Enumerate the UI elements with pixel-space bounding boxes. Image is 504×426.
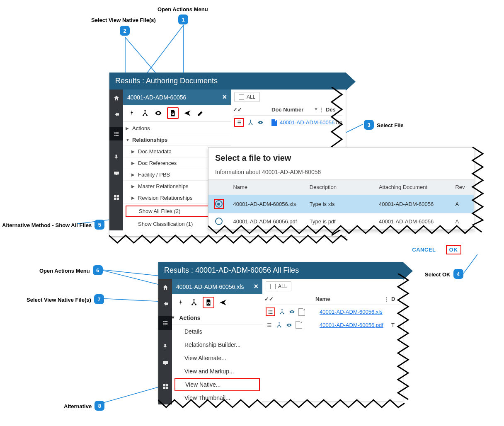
- row-tripod-icon[interactable]: [276, 322, 282, 328]
- file-link[interactable]: 40001-AD-ADM-60056.xls: [320, 309, 383, 315]
- svg-point-17: [248, 124, 250, 125]
- cell-attach: 40001-AD-ADM-60056: [375, 197, 451, 211]
- tripod-icon[interactable]: [189, 298, 199, 307]
- breadcrumb-text: 40001-AD-ADM-60056: [127, 94, 186, 101]
- cell-desc: Type is xls: [305, 197, 375, 211]
- content-area: ALL ✓✓ Name⋮ D 40001-AD-ADM-60056.xls: [262, 279, 403, 404]
- svg-line-10: [463, 254, 477, 274]
- rail-back-icon[interactable]: [158, 297, 172, 310]
- col-desc: Description: [305, 180, 375, 194]
- edit-icon[interactable]: [196, 109, 205, 118]
- file-icon: [298, 308, 305, 316]
- tripod-icon[interactable]: [141, 109, 150, 118]
- callout-3: 3 Select File: [364, 120, 404, 130]
- svg-point-24: [281, 309, 283, 310]
- actions-header[interactable]: ▼ Actions: [172, 311, 262, 325]
- filter-icon[interactable]: ▼: [314, 106, 318, 111]
- doc-icon: [271, 119, 277, 126]
- svg-point-21: [195, 304, 196, 305]
- toolbar: [123, 105, 231, 122]
- dialog-subtitle: Information about 40001-AD-ADM-60056: [208, 165, 474, 179]
- row-eye-icon[interactable]: [286, 322, 292, 328]
- rail-pin-icon[interactable]: [158, 340, 172, 353]
- callout-2: Select View Native File(s): [91, 17, 156, 23]
- checkall-icon[interactable]: ✓✓: [266, 295, 272, 302]
- view-native-icon[interactable]: [203, 297, 214, 308]
- doc-link[interactable]: 40001-AD-ADM-60056: [280, 119, 334, 126]
- row-eye-icon[interactable]: [257, 119, 264, 126]
- svg-point-29: [280, 326, 281, 327]
- rail-list-icon[interactable]: [109, 127, 123, 140]
- tree-actions[interactable]: ▶Actions: [123, 123, 231, 134]
- rail-grid-icon[interactable]: [158, 380, 172, 393]
- close-icon[interactable]: ×: [254, 282, 258, 291]
- grid-row[interactable]: 40001-AD-ADM-60056.pdf T: [266, 319, 400, 331]
- cell-rev: A: [451, 214, 474, 229]
- table-header: Name Description Attaching Document Rev: [208, 180, 474, 195]
- row-list-icon[interactable]: [266, 322, 272, 328]
- send-icon[interactable]: [218, 298, 228, 307]
- checkall-icon[interactable]: ✓✓: [234, 106, 241, 113]
- action-view-alternate[interactable]: View Alternate...: [172, 351, 262, 365]
- pin-icon[interactable]: [176, 298, 185, 307]
- close-icon[interactable]: ×: [222, 93, 227, 102]
- row-eye-icon[interactable]: [288, 309, 295, 315]
- cancel-button[interactable]: CANCEL: [412, 247, 436, 253]
- table-row[interactable]: 40001-AD-ADM-60056.xls Type is xls 40001…: [208, 195, 474, 213]
- rail-back-icon[interactable]: [109, 107, 123, 121]
- action-relationship-builder[interactable]: Relationship Builder...: [172, 338, 262, 351]
- breadcrumb-text: 40001-AD-ADM-60056.xls: [176, 283, 244, 290]
- select-file-dialog: Select a file to view Information about …: [208, 147, 474, 230]
- col-name[interactable]: Name⋮: [315, 296, 391, 302]
- action-view-native[interactable]: View Native...: [174, 378, 260, 391]
- col-attach: Attaching Document: [375, 180, 451, 194]
- panel-title: Results : 40001-AD-ADM-60056 All Files: [158, 262, 403, 279]
- ok-button[interactable]: OK: [446, 245, 462, 254]
- col-d: D: [391, 296, 400, 302]
- rail-pin-icon[interactable]: [109, 150, 123, 164]
- rail-home-icon[interactable]: [158, 281, 172, 294]
- toolbar: [172, 294, 262, 311]
- row-description: Up: [335, 119, 342, 126]
- svg-point-28: [277, 326, 278, 327]
- send-icon[interactable]: [183, 109, 192, 118]
- all-button[interactable]: ALL: [266, 281, 291, 291]
- grid-row[interactable]: 40001-AD-ADM-60056.xls: [266, 305, 400, 319]
- svg-line-1: [144, 25, 184, 77]
- svg-point-16: [250, 120, 251, 121]
- actions-menu-icon[interactable]: [266, 307, 275, 316]
- svg-point-15: [172, 113, 174, 114]
- rail-inbox-icon[interactable]: [109, 167, 123, 180]
- radio-selected[interactable]: [215, 200, 223, 208]
- col-name: Name: [229, 180, 305, 194]
- action-view-thumbnail[interactable]: View Thumbnail...: [172, 391, 262, 404]
- action-view-markup[interactable]: View and Markup...: [172, 365, 262, 378]
- svg-point-27: [279, 322, 280, 323]
- svg-point-25: [280, 313, 281, 315]
- row-tripod-icon[interactable]: [279, 309, 285, 315]
- grid-row[interactable]: 40001-AD-ADM-60056 Up: [234, 116, 342, 129]
- pin-icon[interactable]: [127, 109, 136, 118]
- file-link[interactable]: 40001-AD-ADM-60056.pdf: [320, 322, 383, 328]
- tree-relationships[interactable]: ▼Relationships: [123, 134, 231, 146]
- breadcrumb: 40001-AD-ADM-60056.xls ×: [172, 279, 262, 294]
- action-details[interactable]: Details: [172, 325, 262, 338]
- rail-list-icon[interactable]: [158, 316, 172, 330]
- actions-menu-icon[interactable]: [234, 118, 244, 127]
- col-menu-icon[interactable]: ⋮: [318, 106, 324, 113]
- cell-rev: A: [451, 197, 474, 211]
- callout-7: Select View Native File(s) 7: [27, 294, 104, 304]
- table-row[interactable]: 40001-AD-ADM-60056.pdf Type is pdf 40001…: [208, 213, 474, 230]
- rail-home-icon[interactable]: [109, 91, 123, 105]
- col-doc-number[interactable]: Doc Number▼⋮: [271, 106, 326, 113]
- rail-inbox-icon[interactable]: [158, 356, 172, 370]
- rail-grid-icon[interactable]: [109, 190, 123, 204]
- row-tripod-icon[interactable]: [247, 119, 254, 126]
- col-menu-icon[interactable]: ⋮: [384, 296, 390, 303]
- view-native-icon[interactable]: [167, 107, 179, 119]
- radio-unselected[interactable]: [215, 218, 223, 225]
- callout-1: Open Actions Menu: [158, 6, 208, 12]
- all-button[interactable]: ALL: [234, 92, 260, 102]
- callout-8: Alternative 8: [64, 401, 104, 411]
- eye-icon[interactable]: [154, 109, 163, 118]
